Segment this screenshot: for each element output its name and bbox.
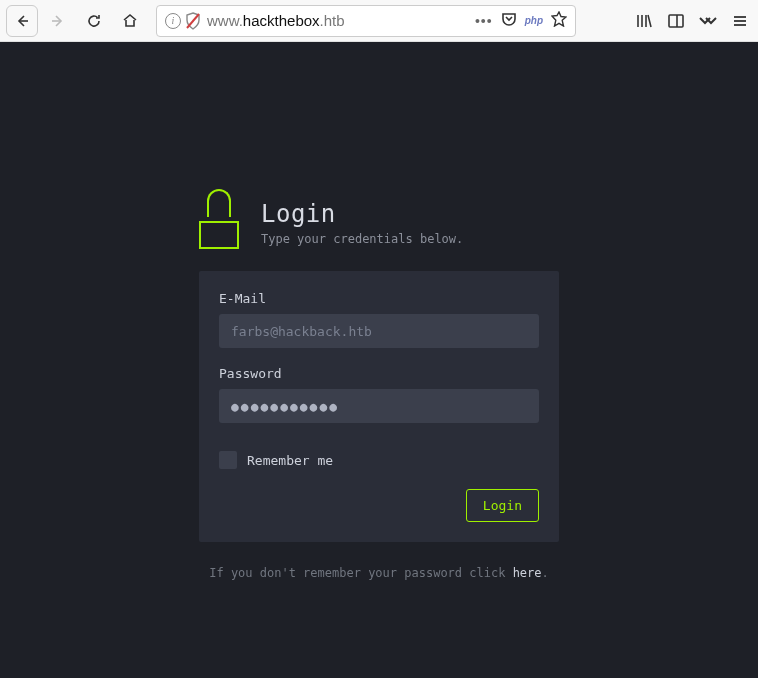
page-body: Login Type your credentials below. E-Mai… <box>0 42 758 678</box>
home-button[interactable] <box>114 5 146 37</box>
page-subtitle: Type your credentials below. <box>261 232 463 246</box>
forward-button[interactable] <box>42 5 74 37</box>
php-badge[interactable]: php <box>525 15 543 26</box>
url-prefix: www. <box>207 12 243 29</box>
pocket-icon[interactable] <box>501 11 517 31</box>
info-icon[interactable]: i <box>165 13 181 29</box>
reload-button[interactable] <box>78 5 110 37</box>
menu-icon[interactable] <box>728 9 752 33</box>
toolbar-right <box>632 9 752 33</box>
library-icon[interactable] <box>632 9 656 33</box>
url-text: www.hackthebox.htb <box>207 12 469 29</box>
page-title: Login <box>261 200 463 228</box>
page-actions-icon[interactable]: ••• <box>475 13 493 29</box>
back-button[interactable] <box>6 5 38 37</box>
sidebar-icon[interactable] <box>664 9 688 33</box>
forgot-password-footer: If you don't remember your password clic… <box>209 566 549 580</box>
bookmark-star-icon[interactable] <box>551 11 567 31</box>
url-suffix: .htb <box>320 12 345 29</box>
url-bar[interactable]: i www.hackthebox.htb ••• php <box>156 5 576 37</box>
password-field[interactable] <box>219 389 539 423</box>
login-card: E-Mail Password Remember me Login <box>199 271 559 542</box>
overflow-icon[interactable] <box>696 9 720 33</box>
svg-rect-5 <box>669 15 683 27</box>
forgot-password-link[interactable]: here <box>513 566 542 580</box>
url-domain: hackthebox <box>243 12 320 29</box>
footer-text: If you don't remember your password clic… <box>209 566 512 580</box>
svg-line-4 <box>648 15 651 27</box>
login-header: Login Type your credentials below. <box>199 197 559 249</box>
email-label: E-Mail <box>219 291 539 306</box>
email-field[interactable] <box>219 314 539 348</box>
footer-suffix: . <box>542 566 549 580</box>
url-security-icons: i <box>165 12 201 30</box>
lock-open-icon <box>199 197 243 249</box>
shield-slash-icon[interactable] <box>185 12 201 30</box>
login-button[interactable]: Login <box>466 489 539 522</box>
url-actions: ••• php <box>475 11 567 31</box>
browser-toolbar: i www.hackthebox.htb ••• php <box>0 0 758 42</box>
remember-label: Remember me <box>247 453 333 468</box>
remember-checkbox[interactable] <box>219 451 237 469</box>
password-label: Password <box>219 366 539 381</box>
